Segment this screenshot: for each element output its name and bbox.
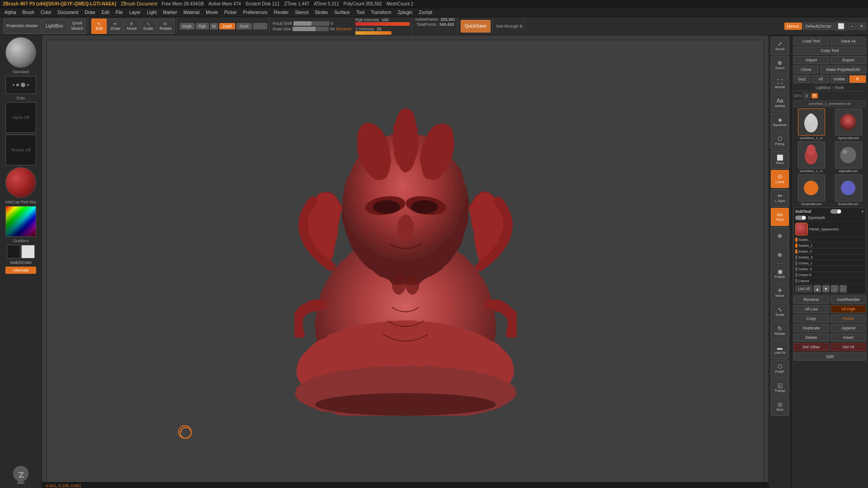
projection-master-button[interactable]: Projection Master — [4, 19, 41, 34]
list-left-arrow[interactable]: ← — [840, 285, 847, 292]
rename-button[interactable]: Rename — [793, 296, 829, 304]
rotate-mode-button[interactable]: ↻ Rotate — [157, 19, 175, 34]
menu-movie[interactable]: Movie — [203, 9, 221, 16]
export-button[interactable]: Export — [830, 56, 866, 64]
split-button[interactable]: Split — [793, 352, 866, 361]
draw-size-slider[interactable] — [292, 27, 329, 31]
edit-mode-button[interactable]: ✎ Edit — [91, 19, 107, 34]
dots-preview[interactable] — [5, 76, 36, 94]
menu-tool[interactable]: Tool — [354, 9, 367, 16]
menu-stencil[interactable]: Stencil — [292, 9, 311, 16]
scale-view-button[interactable]: ⤡ Scale — [771, 303, 789, 321]
actual-button[interactable]: ⛶ Actual — [771, 75, 789, 93]
spix-r-button[interactable]: R — [811, 93, 818, 99]
scale-mode-button[interactable]: ⤡ Scale — [140, 19, 156, 34]
list-down-arrow[interactable]: ▼ — [822, 285, 830, 292]
menu-layer[interactable]: Layer — [127, 9, 143, 16]
spix-value[interactable]: 3 — [803, 93, 810, 99]
menu-zplugin[interactable]: Zplugin — [395, 9, 415, 16]
copy-subtool-button[interactable]: Copy — [793, 314, 829, 323]
lightbox-button[interactable]: LightBox — [42, 19, 67, 34]
zcut-button[interactable]: Zcut — [253, 23, 268, 29]
menus-button[interactable]: Menus — [784, 23, 802, 30]
menu-brush[interactable]: Brush — [20, 9, 37, 16]
minimize-button[interactable]: ─ — [848, 23, 856, 30]
menu-zscript[interactable]: Zscript — [416, 9, 435, 16]
zadd-button[interactable]: Zadd — [219, 23, 235, 29]
menu-file[interactable]: File — [113, 9, 126, 16]
menu-preferences[interactable]: Preferences — [241, 9, 270, 16]
empty-btn1[interactable]: ⊕ — [771, 227, 789, 245]
subtool-item-7[interactable]: Layout — [795, 278, 864, 284]
solo-button[interactable]: ◎ Solo — [771, 398, 789, 416]
subtool-item-1[interactable]: Subtol_1 — [795, 243, 864, 249]
load-tool-button[interactable]: Load Tool — [793, 37, 829, 45]
rgb-button[interactable]: Rgb — [196, 23, 209, 29]
append-button[interactable]: Append — [830, 324, 866, 332]
polyf-button[interactable]: ⬡ PolyF — [771, 360, 789, 378]
switchcolor-button[interactable]: SwitchColor — [10, 260, 32, 265]
menu-material[interactable]: Material — [181, 9, 203, 16]
all-low-button[interactable]: All Low — [793, 305, 829, 313]
clone-button[interactable]: Clone — [793, 66, 819, 74]
tool-item-1[interactable]: SphereBrush — [830, 108, 866, 140]
duplicate-button[interactable]: Duplicate — [793, 324, 829, 332]
all-high-button[interactable]: All High — [830, 305, 866, 313]
aahal-button[interactable]: Aa AAHal — [771, 94, 789, 112]
menu-stroke[interactable]: Stroke — [312, 9, 331, 16]
menu-render[interactable]: Render — [271, 9, 292, 16]
del-other-button[interactable]: Del Other — [793, 343, 829, 351]
points-button[interactable]: Points — [830, 314, 866, 323]
draw-mode-button[interactable]: ✏ Draw — [108, 19, 123, 34]
menu-light[interactable]: Light — [144, 9, 160, 16]
menu-marker[interactable]: Marker — [160, 9, 180, 16]
default-zscript-button[interactable]: DefaultZScript — [803, 23, 834, 30]
rgb-intensity-bar[interactable] — [355, 22, 410, 26]
goz-button[interactable]: GoZ — [793, 75, 811, 83]
tool-item-3[interactable]: AlphaBrush — [830, 141, 866, 173]
subtool-item-2[interactable]: Subto. 2 — [795, 249, 864, 254]
list-up-arrow[interactable]: ▲ — [814, 285, 821, 292]
menu-draw[interactable]: Draw — [82, 9, 98, 16]
menu-edit[interactable]: Edit — [99, 9, 112, 16]
save-as-button[interactable]: Save As — [830, 37, 866, 45]
menu-picker[interactable]: Picker — [222, 9, 240, 16]
canvas-viewport[interactable] — [47, 40, 764, 484]
tool-item-4[interactable]: SimpleBrush — [793, 174, 829, 206]
dynamic-button[interactable]: ◈ Dynamic — [771, 113, 789, 131]
focal-shift-slider[interactable] — [293, 21, 330, 26]
subtool-item-3[interactable]: Subtol_3 — [795, 255, 864, 260]
tool-item-0[interactable]: workflow_1_cr — [793, 108, 829, 140]
subtool-chevron-icon[interactable]: ▼ — [861, 210, 864, 214]
tool-item-2[interactable]: workflow_1_cr — [793, 141, 829, 173]
black-swatch[interactable] — [7, 245, 20, 258]
zsub-button[interactable]: Zsub — [236, 23, 252, 29]
visible-button[interactable]: Visible — [830, 75, 848, 83]
z-intensity-bar[interactable] — [355, 31, 392, 35]
del-all-button[interactable]: Del All — [830, 343, 866, 351]
make-polymesh-button[interactable]: Make PolyMesh3D — [820, 66, 866, 74]
menu-surface[interactable]: Surface — [331, 9, 352, 16]
window-controls[interactable]: ⬜ — [835, 22, 847, 31]
tool-item-5[interactable]: EraserBrush — [830, 174, 866, 206]
list-right-arrow[interactable]: → — [831, 285, 838, 292]
menu-color[interactable]: Color — [38, 9, 54, 16]
frame-button[interactable]: ▣ Frame — [771, 265, 789, 283]
r-button[interactable]: R — [849, 75, 866, 83]
quick-sketch-button[interactable]: Quick Sketch — [68, 19, 86, 34]
import-button[interactable]: Import — [793, 56, 829, 64]
texture-preview[interactable]: Texture Off — [5, 135, 36, 165]
menu-transform[interactable]: Transform — [368, 9, 394, 16]
linefill-button[interactable]: ▬ Line Fill — [771, 341, 789, 359]
material-ball[interactable] — [5, 37, 36, 68]
canvas-area[interactable]: -0.641, 0.236, 0.661 — [42, 35, 769, 488]
quick-save-button[interactable]: QuickSave — [461, 20, 491, 33]
alpha-preview[interactable]: Alpha Off — [5, 102, 36, 133]
floor-button[interactable]: ⬜ Floor — [771, 151, 789, 169]
mrgb-button[interactable]: Mrgb — [180, 23, 195, 29]
pm3d-sphere-row[interactable]: PM3D_Sphere301 — [795, 221, 864, 237]
local-button[interactable]: ⊙ Local — [771, 170, 789, 188]
subtool-item-5[interactable]: Subto. 5 — [795, 267, 864, 272]
move-view-button[interactable]: ✛ Move — [771, 284, 789, 302]
alternate-button[interactable]: Alternate — [5, 267, 36, 274]
